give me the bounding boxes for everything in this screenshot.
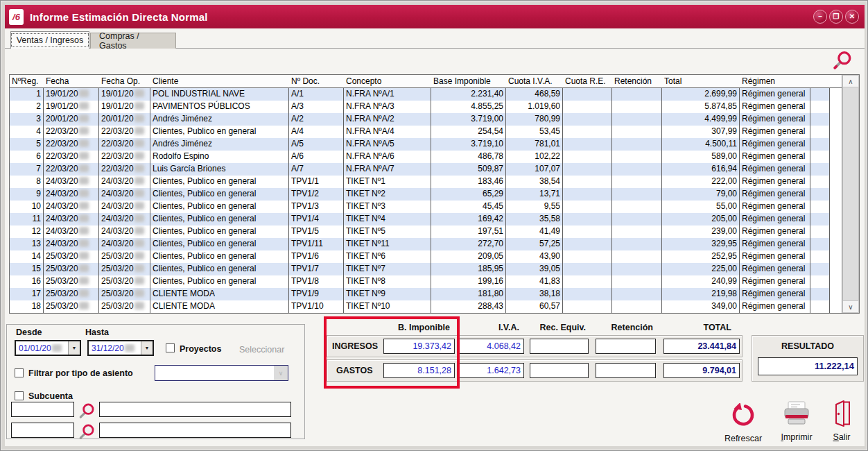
redacted-year xyxy=(134,152,144,160)
table-row[interactable]: 1425/03/2025/03/20Clientes, Publico en g… xyxy=(10,250,842,263)
tab-ventas-ingresos[interactable]: Ventas / Ingresos xyxy=(10,31,89,49)
redacted-year xyxy=(134,90,144,97)
table-row[interactable]: 219/01/2019/01/20PAVIMENTOS PÚBLICOSA/3N… xyxy=(10,101,842,113)
cell-concepto: N.FRA NºA/3 xyxy=(344,101,431,113)
cell-xx xyxy=(810,275,830,288)
filtrar-asiento-label: Filtrar por tipo de asiento xyxy=(28,368,133,378)
cell-regimen: Régimen general xyxy=(740,163,810,176)
cell-cliente: Clientes, Publico en general xyxy=(150,238,289,250)
cell-base: 3.719,10 xyxy=(431,138,506,151)
table-row[interactable]: 824/03/2024/03/20Clientes, Publico en ge… xyxy=(10,176,842,188)
cell-reg: 17 xyxy=(10,288,44,300)
table-row[interactable]: 522/03/2022/03/20Andrés JiménezA/5N.FRA … xyxy=(10,138,842,151)
redacted-year xyxy=(79,114,89,122)
cell-doc: A/5 xyxy=(289,138,344,151)
table-row[interactable]: 422/03/2022/03/20Clientes, Publico en ge… xyxy=(10,126,842,138)
cell-fecha: 24/03/20 xyxy=(44,188,99,201)
table-row[interactable]: 119/01/2019/01/20POL INDUSTRIAL NAVEA/1N… xyxy=(10,88,842,101)
cell-total: 225,00 xyxy=(662,263,740,275)
minimize-button[interactable]: – xyxy=(813,10,827,24)
table-row[interactable]: 924/03/2024/03/20Clientes, Publico en ge… xyxy=(10,188,842,201)
cell-cliente: PAVIMENTOS PÚBLICOS xyxy=(150,101,289,113)
proyectos-checkbox[interactable] xyxy=(166,343,175,352)
filtrar-asiento-checkbox[interactable] xyxy=(15,368,24,377)
subcuenta-name-input-1[interactable] xyxy=(99,402,291,417)
cell-fecha: 25/03/20 xyxy=(44,263,99,275)
subcuenta-code-input-1[interactable] xyxy=(11,402,74,417)
printer-icon xyxy=(783,400,810,429)
redacted-year xyxy=(134,252,144,259)
cell-fecha: 24/03/20 xyxy=(44,176,99,188)
hasta-date-combo[interactable]: 31/12/20 ▼ xyxy=(87,340,154,356)
cell-doc: TPV1/3 xyxy=(289,201,344,213)
subcuenta-name-input-2[interactable] xyxy=(99,423,291,438)
tab-label: Ventas / Ingresos xyxy=(12,34,89,46)
vertical-scrollbar[interactable]: ∧ ∨ xyxy=(842,75,859,313)
desde-dropdown-icon[interactable]: ▼ xyxy=(68,341,80,355)
table-row[interactable]: 320/01/2020/01/20Andrés JiménezA/2N.FRA … xyxy=(10,113,842,126)
cell-xx xyxy=(810,113,830,126)
search-icon[interactable] xyxy=(831,49,854,71)
header-filler xyxy=(830,75,842,87)
cell-total: 252,95 xyxy=(662,250,740,263)
tipo-asiento-dropdown-icon: ∨ xyxy=(274,366,288,380)
redacted-year xyxy=(134,102,144,110)
cell-doc: TPV1/10 xyxy=(289,300,344,313)
cell-ret xyxy=(612,188,662,201)
table-row[interactable]: 1825/03/2025/03/20CLIENTE MODATPV1/10TIK… xyxy=(10,300,842,313)
ingresos-total-value: 23.441,84 xyxy=(663,339,740,354)
table-row[interactable]: 622/03/2022/03/20Rodolfo EspinoA/6N.FRA … xyxy=(10,151,842,163)
tab-compras-gastos[interactable]: Compras / Gastos xyxy=(90,33,176,49)
hasta-dropdown-icon[interactable]: ▼ xyxy=(141,341,153,355)
table-row[interactable]: 1625/03/2025/03/20Clientes, Publico en g… xyxy=(10,275,842,288)
maximize-icon: ❐ xyxy=(833,13,840,20)
cell-base: 169,42 xyxy=(431,213,506,226)
scrollbar-thumb[interactable] xyxy=(842,87,859,300)
cell-ret xyxy=(612,113,662,126)
seleccionar-link[interactable]: Seleccionar xyxy=(239,345,284,355)
refresh-button[interactable]: Refrescar xyxy=(714,403,772,443)
exit-button[interactable]: Salir xyxy=(826,400,858,442)
table-row[interactable]: 1324/03/2024/03/20Clientes, Publico en g… xyxy=(10,238,842,250)
cell-cliente: Andrés Jiménez xyxy=(150,113,289,126)
table-row[interactable]: 1725/03/2025/03/20CLIENTE MODATPV1/9TIKE… xyxy=(10,288,842,300)
cell-total: 307,99 xyxy=(662,126,740,138)
cell-ret xyxy=(612,275,662,288)
subcuenta-code-input-2[interactable] xyxy=(11,423,74,438)
cell-total: 589,00 xyxy=(662,151,740,163)
table-row[interactable]: 1024/03/2024/03/20Clientes, Publico en g… xyxy=(10,201,842,213)
cell-re xyxy=(563,201,612,213)
subcuenta-search-icon-2[interactable] xyxy=(77,423,96,441)
cell-regimen: Régimen general xyxy=(740,238,810,250)
cell-base: 45,45 xyxy=(431,201,506,213)
maximize-button[interactable]: ❐ xyxy=(829,10,843,24)
cell-reg: 4 xyxy=(10,126,44,138)
table-row[interactable]: 1124/03/2024/03/20Clientes, Publico en g… xyxy=(10,213,842,226)
column-header-total: Total xyxy=(662,75,740,87)
desde-date-combo[interactable]: 01/01/20 ▼ xyxy=(15,340,81,356)
cell-ret xyxy=(612,101,662,113)
cell-fechaxop: 22/03/20 xyxy=(99,163,150,176)
subcuenta-checkbox[interactable] xyxy=(15,391,24,400)
tipo-asiento-combo[interactable]: ∨ xyxy=(155,365,288,381)
redacted-year xyxy=(79,277,89,284)
subcuenta-label: Subcuenta xyxy=(28,391,73,401)
cell-total: 79,00 xyxy=(662,188,740,201)
print-button[interactable]: Imprimir xyxy=(776,400,817,442)
cell-xx xyxy=(810,226,830,238)
cell-iva: 13,71 xyxy=(506,188,563,201)
table-row[interactable]: 722/03/2022/03/20Luis García BrionesA/7N… xyxy=(10,163,842,176)
cell-xx xyxy=(810,163,830,176)
scroll-up-icon[interactable]: ∧ xyxy=(842,75,859,87)
subcuenta-search-icon-1[interactable] xyxy=(77,402,96,420)
cell-iva: 102,22 xyxy=(506,151,563,163)
cell-fecha: 22/03/20 xyxy=(44,151,99,163)
cell-iva: 39,05 xyxy=(506,263,563,275)
desde-date-value: 01/01/20 xyxy=(16,343,68,353)
table-row[interactable]: 1224/03/2024/03/20Clientes, Publico en g… xyxy=(10,226,842,238)
cell-base: 486,78 xyxy=(431,151,506,163)
cell-re xyxy=(563,250,612,263)
table-row[interactable]: 1525/03/2025/03/20Clientes, Publico en g… xyxy=(10,263,842,275)
close-button[interactable]: ✕ xyxy=(845,10,859,24)
scroll-down-icon[interactable]: ∨ xyxy=(842,300,859,313)
